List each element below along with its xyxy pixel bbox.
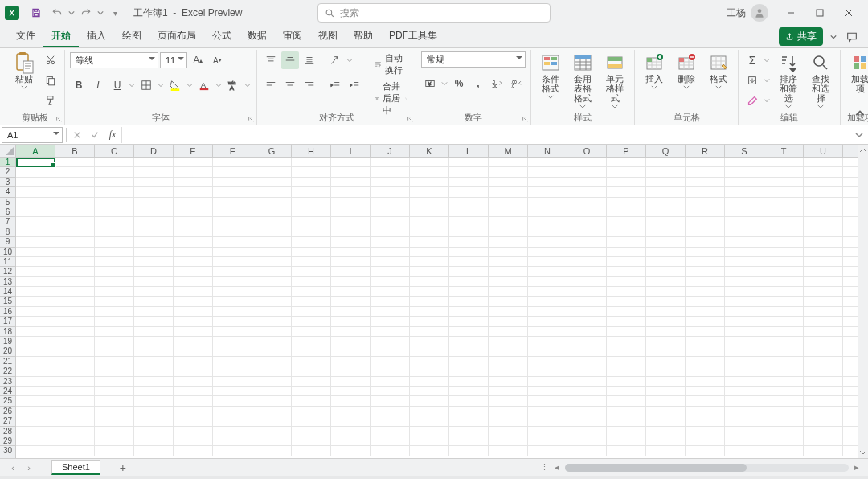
tab-draw[interactable]: 绘图 [114,26,149,47]
increase-indent-button[interactable] [346,76,363,94]
underline-menu[interactable] [128,82,136,88]
clipboard-dialog-launcher[interactable] [55,115,63,123]
column-header-O[interactable]: O [567,145,607,157]
scroll-right-icon[interactable]: ▸ [852,462,862,473]
row-header-22[interactable]: 22 [0,366,15,376]
accounting-format-button[interactable]: ¥ [421,75,439,92]
column-header-P[interactable]: P [607,145,646,157]
row-header-24[interactable]: 24 [0,387,15,396]
phonetic-button[interactable]: wénA [224,76,242,94]
cells-area[interactable] [16,158,858,458]
row-header-14[interactable]: 14 [0,287,15,297]
conditional-formatting-button[interactable]: 条件格式 [536,51,565,100]
column-header-T[interactable]: T [764,145,804,157]
insert-cells-button[interactable]: 插入 [640,51,669,91]
borders-menu[interactable] [157,82,165,88]
column-header-U[interactable]: U [804,145,843,157]
row-header-23[interactable]: 23 [0,377,15,387]
align-center-button[interactable] [281,76,299,94]
column-header-M[interactable]: M [489,145,528,157]
close-button[interactable] [834,1,863,25]
font-color-menu[interactable] [215,82,223,88]
save-button[interactable] [26,2,47,23]
column-header-L[interactable]: L [449,145,489,157]
align-right-button[interactable] [301,76,318,94]
alignment-dialog-launcher[interactable] [406,115,414,123]
column-header-B[interactable]: B [55,145,95,157]
horizontal-scrollbar[interactable]: ⋮ ◂ ▸ [540,462,862,473]
row-header-6[interactable]: 6 [0,207,15,217]
increase-font-button[interactable]: A▴ [189,51,207,69]
row-header-30[interactable]: 30 [0,446,15,456]
qat-customize-button[interactable]: ▾ [104,2,125,23]
tab-formulas[interactable]: 公式 [204,26,240,47]
undo-menu-caret[interactable] [68,10,76,16]
percent-button[interactable]: % [450,75,468,92]
column-header-J[interactable]: J [371,145,410,157]
column-header-E[interactable]: E [174,145,213,157]
column-header-R[interactable]: R [686,145,725,157]
name-box[interactable]: A1 [2,127,63,143]
sort-filter-button[interactable]: 排序和筛选 [774,51,803,110]
row-header-16[interactable]: 16 [0,307,15,317]
undo-button[interactable] [47,2,68,23]
column-header-G[interactable]: G [252,145,292,157]
add-sheet-button[interactable]: + [113,461,133,474]
column-header-K[interactable]: K [410,145,449,157]
align-middle-button[interactable] [281,51,299,69]
format-painter-button[interactable] [42,92,59,109]
row-header-11[interactable]: 11 [0,257,15,267]
font-size-combo[interactable]: 11 [160,52,187,68]
cancel-formula-button[interactable] [68,126,86,144]
align-left-button[interactable] [262,76,280,94]
italic-button[interactable]: I [89,76,107,94]
insert-function-button[interactable]: fx [104,126,121,144]
decrease-decimal-button[interactable]: .00.0 [508,75,526,92]
column-header-H[interactable]: H [292,145,331,157]
row-header-18[interactable]: 18 [0,327,15,337]
row-header-3[interactable]: 3 [0,178,15,187]
collapse-ribbon-button[interactable] [855,109,865,121]
column-headers[interactable]: ABCDEFGHIJKLMNOPQRSTU [16,145,858,158]
row-header-9[interactable]: 9 [0,237,15,247]
column-header-Q[interactable]: Q [646,145,686,157]
underline-button[interactable]: U [108,76,126,94]
row-header-1[interactable]: 1 [0,158,15,167]
orientation-menu[interactable] [346,57,354,63]
search-box[interactable]: 搜索 [317,3,551,23]
column-header-D[interactable]: D [134,145,174,157]
fill-color-button[interactable] [166,76,184,94]
row-header-5[interactable]: 5 [0,198,15,207]
bold-button[interactable]: B [70,76,88,94]
column-header-F[interactable]: F [213,145,252,157]
row-header-2[interactable]: 2 [0,167,15,177]
row-header-4[interactable]: 4 [0,187,15,197]
column-header-A[interactable]: A [16,145,55,157]
column-header-N[interactable]: N [528,145,567,157]
row-header-15[interactable]: 15 [0,297,15,306]
sheet-nav-prev[interactable]: ‹ [6,463,19,473]
clear-menu[interactable] [763,97,771,104]
scroll-left-icon[interactable]: ◂ [552,462,562,473]
format-as-table-button[interactable]: 套用 表格格式 [568,51,597,110]
share-button[interactable]: 共享 [779,27,823,46]
row-header-25[interactable]: 25 [0,396,15,406]
tab-help[interactable]: 帮助 [346,26,381,47]
row-header-29[interactable]: 29 [0,436,15,446]
scroll-up-icon[interactable] [859,146,867,154]
font-name-combo[interactable]: 等线 [70,52,158,68]
row-header-27[interactable]: 27 [0,416,15,426]
column-header-S[interactable]: S [725,145,764,157]
row-header-20[interactable]: 20 [0,346,15,356]
wrap-text-button[interactable]: 自动换行 [371,51,411,77]
decrease-font-button[interactable]: A▾ [208,51,226,69]
number-format-combo[interactable]: 常规 [421,51,526,68]
sheet-nav-next[interactable]: › [23,463,35,473]
row-header-17[interactable]: 17 [0,317,15,326]
row-header-21[interactable]: 21 [0,357,15,366]
number-dialog-launcher[interactable] [521,115,529,123]
delete-cells-button[interactable]: 删除 [672,51,701,91]
sheet-tab-active[interactable]: Sheet1 [51,460,100,475]
row-header-12[interactable]: 12 [0,267,15,276]
fill-color-menu[interactable] [186,82,194,88]
